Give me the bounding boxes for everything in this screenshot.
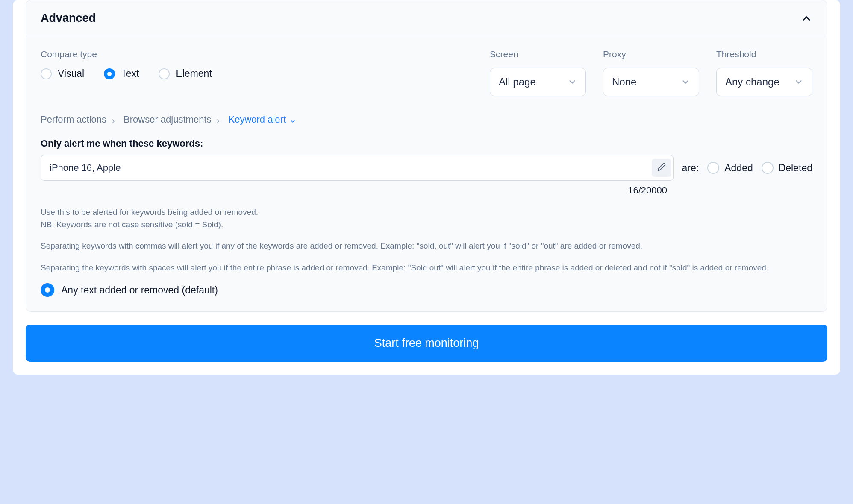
chevron-down-icon — [289, 116, 296, 123]
compare-visual-label: Visual — [58, 68, 84, 79]
advanced-panel: Advanced Compare type Visual Tex — [26, 0, 827, 312]
screen-select[interactable]: All page — [490, 68, 586, 96]
proxy-label: Proxy — [603, 49, 699, 59]
keywords-deleted-label: Deleted — [779, 162, 812, 174]
proxy-value: None — [612, 76, 636, 88]
chevron-up-icon[interactable] — [800, 12, 812, 24]
compare-text-label: Text — [121, 68, 139, 79]
keywords-section-title: Only alert me when these keywords: — [41, 138, 812, 149]
pencil-icon — [657, 163, 666, 173]
threshold-select[interactable]: Any change — [716, 68, 812, 96]
edit-button[interactable] — [652, 159, 671, 177]
chevron-down-icon — [568, 77, 577, 87]
keywords-added-option[interactable]: Added — [707, 162, 753, 174]
radio-icon — [41, 283, 54, 297]
compare-element-radio[interactable]: Element — [159, 68, 212, 79]
any-text-default-radio[interactable]: Any text added or removed (default) — [41, 283, 812, 297]
radio-icon — [41, 68, 52, 79]
crumb-perform-actions[interactable]: Perform actions — [41, 114, 117, 125]
keywords-added-label: Added — [724, 162, 753, 174]
radio-icon — [159, 68, 170, 79]
are-label: are: — [682, 162, 699, 174]
any-text-default-label: Any text added or removed (default) — [61, 284, 218, 296]
helper-text-1: Use this to be alerted for keywords bein… — [41, 206, 812, 231]
compare-element-label: Element — [176, 68, 212, 79]
panel-title: Advanced — [41, 12, 96, 25]
chevron-down-icon — [681, 77, 690, 87]
start-monitoring-button[interactable]: Start free monitoring — [26, 325, 827, 362]
compare-text-radio[interactable]: Text — [104, 68, 139, 79]
crumb-keyword-alert[interactable]: Keyword alert — [228, 114, 296, 125]
radio-icon — [104, 68, 115, 79]
screen-value: All page — [499, 76, 536, 88]
breadcrumb: Perform actions Browser adjustments Keyw… — [41, 114, 812, 125]
threshold-value: Any change — [725, 76, 779, 88]
screen-label: Screen — [490, 49, 586, 59]
proxy-select[interactable]: None — [603, 68, 699, 96]
keywords-input[interactable] — [41, 155, 650, 180]
chevron-down-icon — [794, 77, 803, 87]
radio-icon — [707, 162, 719, 174]
keywords-counter: 16/20000 — [41, 185, 667, 196]
crumb-browser-adjustments[interactable]: Browser adjustments — [124, 114, 221, 125]
compare-type-label: Compare type — [41, 49, 473, 59]
threshold-label: Threshold — [716, 49, 812, 59]
compare-visual-radio[interactable]: Visual — [41, 68, 84, 79]
helper-text-2: Separating keywords with commas will ale… — [41, 240, 812, 252]
chevron-right-icon — [215, 116, 221, 123]
panel-header[interactable]: Advanced — [26, 0, 827, 36]
keywords-input-wrap — [41, 155, 674, 181]
helper-text-3: Separating the keywords with spaces will… — [41, 262, 812, 274]
keywords-deleted-option[interactable]: Deleted — [762, 162, 812, 174]
chevron-right-icon — [110, 116, 117, 123]
radio-icon — [762, 162, 774, 174]
